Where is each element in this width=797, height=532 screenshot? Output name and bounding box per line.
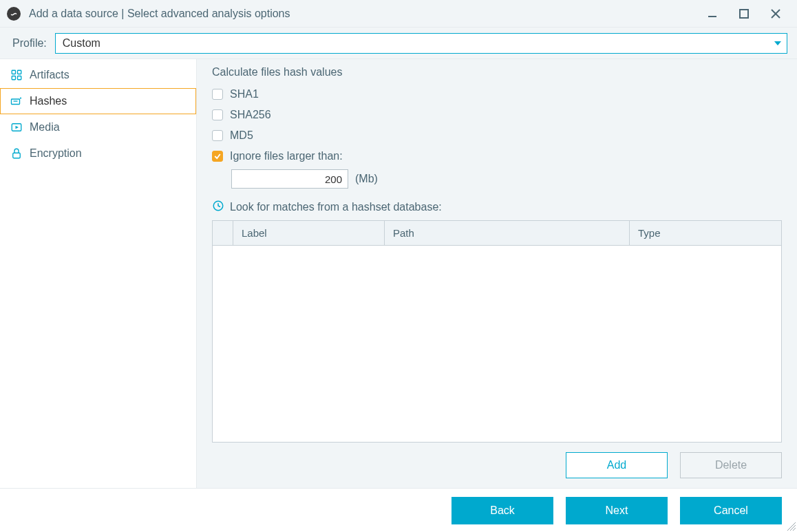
checkbox-row-sha256: SHA256 xyxy=(212,109,782,121)
sidebar-item-artifacts[interactable]: Artifacts xyxy=(0,62,196,88)
ignore-value-row: (Mb) xyxy=(231,169,782,189)
hashset-label-row: Look for matches from a hashset database… xyxy=(212,200,782,215)
section-title: Calculate files hash values xyxy=(212,66,782,78)
sidebar-item-label: Hashes xyxy=(30,95,67,107)
cancel-button[interactable]: Cancel xyxy=(680,497,782,524)
svg-rect-7 xyxy=(12,76,15,80)
delete-button[interactable]: Delete xyxy=(680,452,782,478)
table-header-checkbox[interactable] xyxy=(213,221,233,245)
svg-point-10 xyxy=(20,97,21,98)
titlebar: Add a data source | Select advanced anal… xyxy=(0,0,797,28)
sha256-checkbox[interactable] xyxy=(212,109,223,120)
back-button[interactable]: Back xyxy=(451,497,553,524)
table-body xyxy=(213,246,781,442)
svg-rect-14 xyxy=(13,153,21,158)
hash-icon xyxy=(10,95,23,107)
sidebar-item-label: Encryption xyxy=(30,147,82,160)
sha1-checkbox[interactable] xyxy=(212,89,223,100)
sidebar: Artifacts Hashes Media Encryption xyxy=(0,59,197,488)
table-header-label[interactable]: Label xyxy=(233,221,385,245)
profile-row: Profile: Custom xyxy=(0,28,797,59)
hashset-table: Label Path Type xyxy=(212,220,782,443)
footer: Back Next Cancel xyxy=(0,488,797,532)
grid-icon xyxy=(10,69,23,81)
lock-icon xyxy=(10,147,23,160)
play-icon xyxy=(10,121,23,134)
svg-line-18 xyxy=(793,528,796,531)
ignore-checkbox[interactable] xyxy=(212,151,223,162)
profile-label: Profile: xyxy=(12,37,47,50)
sidebar-item-hashes[interactable]: Hashes xyxy=(0,88,196,114)
svg-line-17 xyxy=(790,525,796,531)
checkbox-row-sha1: SHA1 xyxy=(212,88,782,100)
svg-marker-13 xyxy=(16,126,19,129)
svg-rect-2 xyxy=(740,10,748,18)
svg-rect-9 xyxy=(12,99,20,105)
hashset-label: Look for matches from a hashset database… xyxy=(230,201,442,213)
checkbox-row-ignore: Ignore files larger than: xyxy=(212,150,782,162)
table-header: Label Path Type xyxy=(213,221,781,246)
checkbox-label: MD5 xyxy=(230,129,253,142)
body: Artifacts Hashes Media Encryption Calcul… xyxy=(0,59,797,488)
clock-icon xyxy=(212,200,224,215)
chevron-down-icon xyxy=(774,41,781,45)
sidebar-item-media[interactable]: Media xyxy=(0,114,196,140)
table-header-path[interactable]: Path xyxy=(385,221,630,245)
checkbox-label: SHA256 xyxy=(230,109,271,121)
minimize-button[interactable] xyxy=(705,6,720,21)
app-icon xyxy=(7,7,21,21)
profile-select-value: Custom xyxy=(63,37,100,50)
profile-select[interactable]: Custom xyxy=(55,33,787,54)
close-button[interactable] xyxy=(768,6,783,21)
svg-rect-6 xyxy=(18,70,21,74)
add-button[interactable]: Add xyxy=(566,452,668,478)
checkbox-label: Ignore files larger than: xyxy=(230,150,343,162)
sidebar-item-label: Artifacts xyxy=(30,69,70,81)
ignore-size-input[interactable] xyxy=(231,169,348,189)
main-panel: Calculate files hash values SHA1 SHA256 … xyxy=(197,59,797,488)
window-title: Add a data source | Select advanced anal… xyxy=(29,8,705,20)
next-button[interactable]: Next xyxy=(566,497,668,524)
checkbox-row-md5: MD5 xyxy=(212,129,782,142)
md5-checkbox[interactable] xyxy=(212,130,223,141)
svg-rect-5 xyxy=(12,70,15,74)
table-buttons: Add Delete xyxy=(212,452,782,478)
svg-rect-8 xyxy=(18,76,21,80)
resize-grip-icon[interactable] xyxy=(785,520,796,531)
sidebar-item-encryption[interactable]: Encryption xyxy=(0,140,196,167)
maximize-button[interactable] xyxy=(736,6,752,21)
table-header-type[interactable]: Type xyxy=(630,221,781,245)
window-controls xyxy=(705,6,790,21)
sidebar-item-label: Media xyxy=(30,121,60,134)
ignore-unit: (Mb) xyxy=(355,173,378,185)
checkbox-label: SHA1 xyxy=(230,88,259,100)
